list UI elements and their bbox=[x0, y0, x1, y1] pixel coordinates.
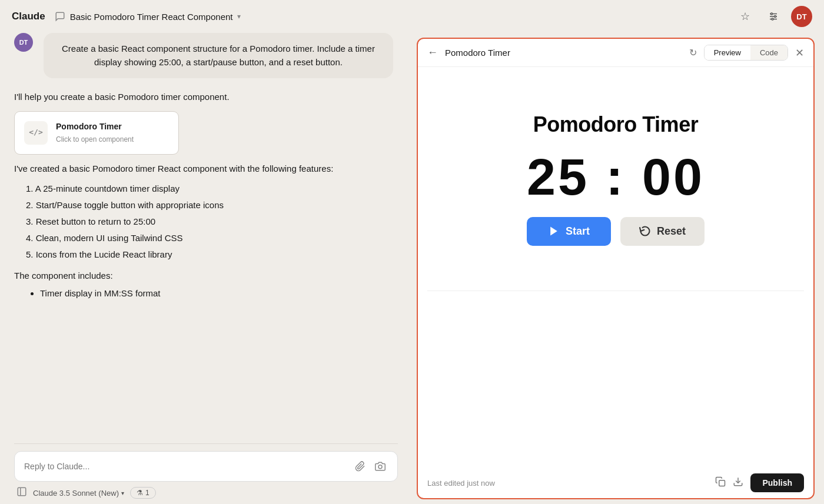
sidebar-toggle-button[interactable] bbox=[16, 486, 27, 499]
user-avatar: DT bbox=[14, 33, 33, 52]
svg-point-6 bbox=[378, 465, 382, 469]
top-nav: Claude Basic Pomodoro Timer React Compon… bbox=[0, 0, 824, 33]
avatar-button[interactable]: DT bbox=[791, 6, 812, 27]
tab-code[interactable]: Code bbox=[750, 45, 788, 60]
user-message-container: DT Create a basic React component struct… bbox=[14, 33, 398, 78]
preview-refresh-button[interactable]: ↻ bbox=[689, 47, 697, 58]
paperclip-icon bbox=[355, 461, 366, 472]
app-logo: Claude bbox=[12, 11, 45, 22]
convo-title[interactable]: Basic Pomodoro Timer React Component ▾ bbox=[55, 11, 241, 22]
reset-icon bbox=[639, 225, 651, 237]
user-message-bubble: Create a basic React component structure… bbox=[44, 33, 393, 78]
copy-button[interactable] bbox=[715, 476, 726, 489]
component-card-info: Pomodoro Timer Click to open component bbox=[56, 120, 134, 146]
back-arrow-icon: ← bbox=[427, 46, 438, 58]
preview-panel: ← Pomodoro Timer ↻ Preview Code ✕ Pomodo… bbox=[417, 38, 815, 499]
svg-rect-7 bbox=[18, 488, 26, 496]
camera-icon bbox=[375, 461, 386, 472]
assistant-message: I'll help you create a basic Pomodoro ti… bbox=[14, 88, 398, 305]
star-button[interactable]: ☆ bbox=[735, 6, 756, 27]
reset-button[interactable]: Reset bbox=[620, 217, 705, 246]
nav-icons: ☆ DT bbox=[735, 6, 812, 27]
svg-marker-9 bbox=[550, 227, 557, 236]
preview-content: Pomodoro Timer 25 : 00 Start bbox=[418, 67, 813, 291]
pomodoro-widget-title: Pomodoro Timer bbox=[533, 112, 698, 137]
start-button[interactable]: Start bbox=[527, 217, 611, 246]
chat-bubble-icon bbox=[55, 11, 65, 22]
publish-button[interactable]: Publish bbox=[750, 473, 804, 492]
svg-point-5 bbox=[772, 18, 773, 20]
main-layout: DT Create a basic React component struct… bbox=[0, 33, 824, 504]
preview-footer: Last edited just now Publish bbox=[418, 468, 813, 498]
last-edited-label: Last edited just now bbox=[427, 479, 708, 488]
camera-button[interactable] bbox=[373, 459, 388, 474]
component-card[interactable]: </> Pomodoro Timer Click to open compone… bbox=[14, 111, 179, 155]
sliders-icon bbox=[768, 11, 779, 22]
list-item: 4. Clean, modern UI using Tailwind CSS bbox=[26, 231, 398, 245]
list-item: 3. Reset button to return to 25:00 bbox=[26, 215, 398, 229]
star-icon: ☆ bbox=[740, 10, 750, 23]
preview-tabs: Preview Code bbox=[704, 45, 788, 61]
chat-panel: DT Create a basic React component struct… bbox=[0, 33, 412, 504]
pomodoro-buttons: Start Reset bbox=[527, 217, 705, 246]
sidebar-icon bbox=[16, 486, 27, 497]
preview-lower-area bbox=[418, 291, 813, 468]
svg-point-3 bbox=[771, 13, 773, 15]
preview-title: Pomodoro Timer bbox=[445, 48, 682, 58]
refresh-icon: ↻ bbox=[689, 48, 697, 58]
pomodoro-timer-display: 25 : 00 bbox=[527, 151, 705, 203]
download-button[interactable] bbox=[733, 476, 743, 489]
preview-close-button[interactable]: ✕ bbox=[795, 46, 804, 59]
list-item: 5. Icons from the Lucide React library bbox=[26, 248, 398, 262]
svg-rect-10 bbox=[719, 480, 725, 486]
svg-point-4 bbox=[775, 16, 776, 18]
model-selector[interactable]: Claude 3.5 Sonnet (New) ▾ bbox=[33, 489, 124, 498]
tab-preview[interactable]: Preview bbox=[705, 45, 750, 60]
download-icon bbox=[733, 476, 743, 487]
chat-messages: DT Create a basic React component struct… bbox=[14, 33, 398, 443]
settings-button[interactable] bbox=[763, 6, 784, 27]
play-icon bbox=[548, 225, 560, 237]
preview-back-button[interactable]: ← bbox=[427, 46, 438, 59]
list-item: 2. Start/Pause toggle button with approp… bbox=[26, 198, 398, 212]
list-item: 1. A 25-minute countdown timer display bbox=[26, 182, 398, 196]
context-badge: ⚗ 1 bbox=[130, 487, 156, 499]
pomodoro-widget: Pomodoro Timer 25 : 00 Start bbox=[527, 112, 705, 246]
copy-icon bbox=[715, 476, 726, 487]
close-icon: ✕ bbox=[795, 47, 804, 59]
bottom-bar: Claude 3.5 Sonnet (New) ▾ ⚗ 1 bbox=[14, 482, 398, 499]
chat-input[interactable] bbox=[24, 462, 348, 471]
attachment-button[interactable] bbox=[353, 459, 368, 474]
input-area: Claude 3.5 Sonnet (New) ▾ ⚗ 1 bbox=[14, 443, 398, 504]
preview-header: ← Pomodoro Timer ↻ Preview Code ✕ bbox=[418, 39, 813, 67]
input-row bbox=[14, 451, 398, 482]
list-item: Timer display in MM:SS format bbox=[40, 286, 398, 301]
component-card-icon: </> bbox=[24, 121, 48, 145]
